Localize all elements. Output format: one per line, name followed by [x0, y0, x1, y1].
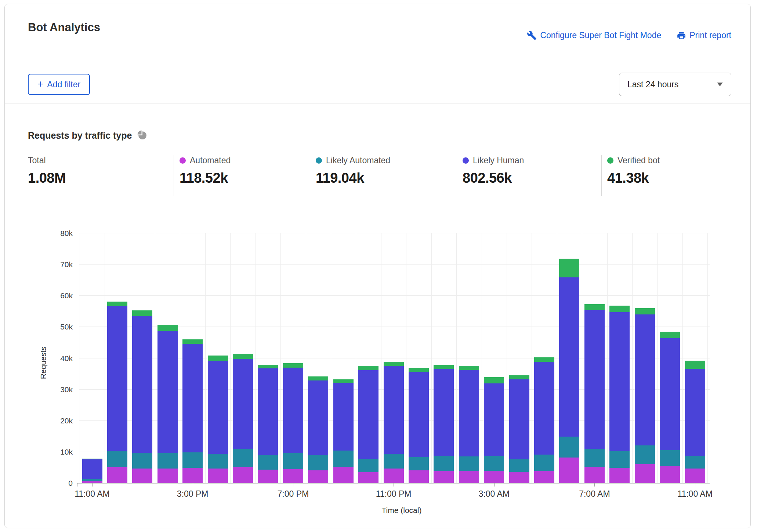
segment-likely-human [182, 344, 203, 452]
segment-automated [308, 470, 328, 483]
segment-likely-human [358, 370, 378, 459]
x-tick-label-3-00-am: 3:00 AM [461, 489, 527, 499]
stat-label-verified-bot: Verified bot [617, 156, 660, 165]
vertical-gridline [406, 233, 406, 483]
x-axis-title: Time (local) [365, 506, 438, 515]
segment-likely-automated [685, 456, 705, 469]
bar-9-8-00-pm[interactable] [308, 376, 328, 483]
segment-verified-bot [233, 354, 253, 359]
vertical-gridline [356, 233, 356, 483]
segment-likely-human [82, 459, 102, 479]
segment-likely-human [459, 370, 479, 456]
y-tick-label-30k: 30k [44, 385, 73, 394]
segment-automated [358, 472, 378, 483]
bar-4-3-00-pm[interactable] [182, 339, 203, 483]
print-link-label: Print report [689, 30, 731, 40]
x-tick [594, 483, 595, 487]
segment-verified-bot [459, 366, 479, 370]
bar-3-2-00-pm[interactable] [157, 325, 178, 483]
segment-automated [584, 467, 605, 483]
segment-automated [534, 471, 554, 483]
bar-11-10-00-pm[interactable] [358, 366, 378, 483]
segment-likely-human [660, 338, 680, 450]
segment-likely-automated [233, 449, 253, 467]
segment-verified-bot [258, 365, 278, 368]
bar-6-5-00-pm[interactable] [233, 354, 253, 483]
vertical-gridline [155, 233, 155, 483]
segment-automated [182, 468, 203, 483]
bar-1-12-00-pm[interactable] [107, 302, 127, 483]
bar-18-5-00-am[interactable] [534, 357, 554, 483]
bar-0-11-00-am[interactable] [82, 459, 102, 483]
y-tick-label-70k: 70k [44, 260, 73, 269]
section-title: Requests by traffic type [28, 130, 132, 141]
segment-likely-automated [384, 454, 404, 469]
segment-verified-bot [208, 356, 228, 361]
bar-24-11-00-am[interactable] [685, 361, 705, 483]
vertical-gridline [180, 233, 180, 483]
add-filter-button[interactable]: + Add filter [28, 74, 90, 95]
bar-10-9-00-pm[interactable] [333, 379, 354, 483]
x-tick [193, 483, 193, 487]
segment-likely-human [434, 369, 454, 456]
segment-verified-bot [609, 306, 630, 312]
stat-label-likely-human: Likely Human [473, 156, 524, 165]
stat-block-automated: Automated118.52k [174, 155, 310, 196]
bar-17-4-00-am[interactable] [509, 375, 529, 483]
vertical-gridline [280, 233, 281, 483]
configure-super-bot-fight-mode-link[interactable]: Configure Super Bot Fight Mode [527, 30, 661, 40]
stat-value-total: 1.08M [28, 170, 174, 186]
segment-automated [484, 471, 504, 483]
segment-likely-automated [283, 453, 303, 469]
segment-verified-bot [434, 365, 454, 369]
segment-likely-automated [182, 452, 203, 468]
segment-likely-human [534, 362, 554, 455]
segment-likely-human [685, 369, 705, 456]
vertical-gridline [431, 233, 432, 483]
bar-22-9-00-am[interactable] [635, 308, 655, 483]
requests-by-traffic-type-chart: Requests Time (local) 010k20k30k40k50k60… [28, 219, 731, 513]
segment-verified-bot [308, 376, 328, 380]
segment-likely-human [132, 316, 152, 453]
x-tick-label-7-00-am: 7:00 AM [561, 489, 627, 499]
bar-14-1-00-am[interactable] [434, 365, 454, 483]
bar-12-11-00-pm[interactable] [384, 362, 404, 483]
bar-21-8-00-am[interactable] [609, 306, 630, 483]
segment-verified-bot [559, 259, 579, 277]
segment-likely-human [609, 312, 630, 452]
segment-likely-human [384, 366, 404, 454]
stat-block-likely-automated: Likely Automated119.04k [310, 155, 457, 196]
bar-13-12-00-am[interactable] [409, 368, 429, 483]
bar-20-7-00-am[interactable] [584, 304, 605, 483]
axis-origin-tick [77, 483, 77, 487]
bar-16-3-00-am[interactable] [484, 377, 504, 483]
vertical-gridline [205, 233, 206, 483]
legend-dot-likely-human [463, 157, 469, 164]
bar-23-10-00-am[interactable] [660, 332, 680, 483]
stat-block-verified-bot: Verified bot41.38k [601, 155, 731, 196]
segment-verified-bot [409, 368, 429, 372]
y-tick-label-60k: 60k [44, 291, 73, 300]
horizontal-gridline [79, 295, 710, 296]
segment-likely-automated [559, 437, 579, 458]
bar-5-4-00-pm[interactable] [208, 356, 228, 483]
bar-15-2-00-am[interactable] [459, 366, 479, 483]
print-report-link[interactable]: Print report [677, 30, 731, 40]
x-tick [695, 483, 695, 487]
y-tick-label-20k: 20k [44, 416, 73, 425]
bar-8-7-00-pm[interactable] [283, 363, 303, 483]
x-tick-label-3-00-pm: 3:00 PM [160, 489, 226, 499]
segment-likely-automated [308, 455, 328, 470]
horizontal-gridline [79, 264, 710, 265]
bar-2-1-00-pm[interactable] [132, 310, 152, 483]
segment-likely-automated [509, 459, 529, 471]
segment-likely-automated [609, 451, 630, 468]
segment-automated [609, 468, 630, 483]
bar-7-6-00-pm[interactable] [258, 365, 278, 483]
plot-area [79, 233, 710, 483]
segment-automated [258, 470, 278, 483]
y-axis-title: Requests [39, 334, 48, 392]
vertical-gridline [331, 233, 331, 483]
bar-19-6-00-am[interactable] [559, 259, 579, 483]
time-range-select[interactable]: Last 24 hours [619, 73, 731, 96]
